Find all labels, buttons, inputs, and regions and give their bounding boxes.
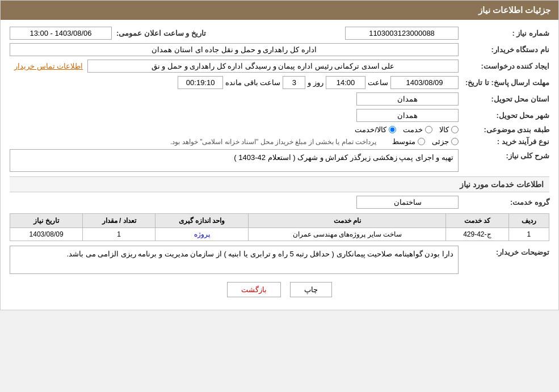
cell-code: ج-42-429 [446,228,508,241]
service-group-label: گروه خدمت: [459,198,549,206]
need-number-row: شماره نیاز : 1103003123000088 تاریخ و سا… [10,27,549,40]
deadline-row: مهلت ارسال پاسخ: تا تاریخ: 1403/08/09 سا… [10,76,549,89]
col-date: تاریخ نیاز [10,214,83,228]
org-name-row: نام دستگاه خریدار: اداره کل راهداری و حم… [10,43,549,56]
buyer-notes-section: توضیحات خریدار: دارا بودن گواهینامه صلاح… [10,246,549,274]
purchase-type-radios: جزئی متوسط پرداخت تمام یا بخشی از مبلغ خ… [170,137,459,146]
cell-row: 1 [508,228,549,241]
col-code: کد خدمت [446,214,508,228]
content-area: شماره نیاز : 1103003123000088 تاریخ و سا… [1,20,558,310]
description-label: شرح کلی نیاز: [459,151,549,160]
announcement-label: تاریخ و ساعت اعلان عمومی: [112,29,211,37]
description-section: شرح کلی نیاز: تهیه و اجرای پمپ زهکشی زیر… [10,149,549,172]
deadline-remaining: 00:19:10 [178,76,223,89]
city-row: شهر محل تحویل: همدان [10,109,549,122]
purchase-radio-jozee[interactable]: جزئی [432,137,459,146]
cell-name: ساخت سایر پروژه‌های مهندسی عمران [249,228,446,241]
service-group-value: ساختمان [356,196,459,209]
main-container: جزئیات اطلاعات نیاز شماره نیاز : 1103003… [0,0,559,310]
category-radios: کالا خدمت کالا/خدمت [355,125,459,134]
need-number-value: 1103003123000088 [345,27,459,40]
announcement-value: 1403/08/06 - 13:00 [10,27,112,40]
col-qty: تعداد / مقدار [83,214,155,228]
action-buttons: چاپ بازگشت [10,282,549,297]
category-label: طبقه بندی موضوعی: [459,125,549,134]
col-name: نام خدمت [249,214,446,228]
buyer-notes-label: توضیحات خریدار: [459,248,549,256]
page-title: جزئیات اطلاعات نیاز [478,5,550,15]
category-radio-both[interactable]: کالا/خدمت [355,125,396,134]
buyer-notes-value: دارا بودن گواهینامه صلاحیت پیمانکاری ( ح… [10,246,459,274]
deadline-label: مهلت ارسال پاسخ: تا تاریخ: [459,78,549,87]
category-radio-khedmat[interactable]: خدمت [403,125,432,134]
org-name-label: نام دستگاه خریدار: [459,45,549,54]
deadline-days: 3 [283,76,305,89]
cell-date: 1403/08/09 [10,228,83,241]
service-group-row: گروه خدمت: ساختمان [10,196,549,209]
city-label: شهر محل تحویل: [459,111,549,120]
description-value: تهیه و اجرای پمپ زهکشی زیرگذر کفراش و شه… [10,149,459,172]
services-table-section: ردیف کد خدمت نام خدمت واحد اندازه گیری ت… [10,213,549,241]
need-number-label: شماره نیاز : [459,29,549,37]
province-row: استان محل تحویل: همدان [10,92,549,106]
print-button[interactable]: چاپ [290,282,332,297]
purchase-type-label: نوع فرآیند خرید : [459,137,549,146]
col-row: ردیف [508,214,549,228]
category-radio-kala[interactable]: کالا [439,125,459,134]
creator-row: ایجاد کننده درخواست: علی اسدی ترکمانی رئ… [10,60,549,73]
deadline-time-label: ساعت [368,78,388,87]
creator-label: ایجاد کننده درخواست: [459,62,549,70]
city-value: همدان [356,109,459,122]
purchase-radio-mota[interactable]: متوسط [392,137,425,146]
page-header: جزئیات اطلاعات نیاز [1,1,558,20]
col-unit: واحد اندازه گیری [155,214,249,228]
deadline-time: 14:00 [326,76,365,89]
org-name-value: اداره کل راهداری و حمل و نقل جاده ای است… [10,43,459,56]
table-header-row: ردیف کد خدمت نام خدمت واحد اندازه گیری ت… [10,214,549,228]
table-row: 1ج-42-429ساخت سایر پروژه‌های مهندسی عمرا… [10,228,549,241]
purchase-note: پرداخت تمام یا بخشی از مبلغ خریداز محل "… [170,138,376,146]
cell-unit: پروژه [155,228,249,241]
deadline-days-label: روز و [308,78,323,87]
deadline-remaining-label: ساعت باقی مانده [225,78,280,87]
deadline-date: 1403/08/09 [390,76,459,89]
province-label: استان محل تحویل: [459,95,549,103]
cell-qty: 1 [83,228,155,241]
category-row: طبقه بندی موضوعی: کالا خدمت کالا/خدمت [10,125,549,134]
services-section-title: اطلاعات خدمات مورد نیاز [10,176,549,192]
back-button[interactable]: بازگشت [227,282,281,297]
province-value: همدان [356,92,459,106]
services-table: ردیف کد خدمت نام خدمت واحد اندازه گیری ت… [10,213,549,241]
creator-value: علی اسدی ترکمانی رئیس اداره پیمان و رسید… [87,60,459,73]
purchase-type-row: نوع فرآیند خرید : جزئی متوسط پرداخت تمام… [10,137,549,146]
contact-link[interactable]: اطلاعات تماس خریدار [14,62,83,70]
